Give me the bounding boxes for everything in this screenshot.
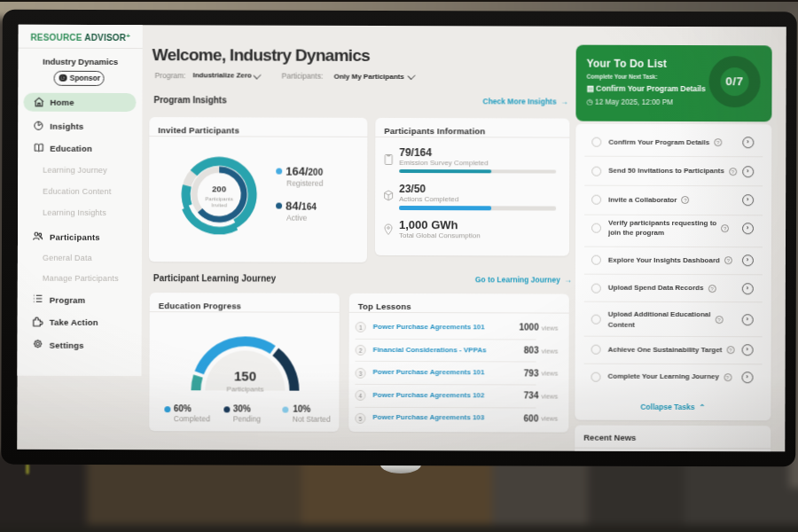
svg-text:Participants: Participants <box>205 196 232 201</box>
svg-text:150: 150 <box>234 367 256 382</box>
svg-text:Participants: Participants <box>227 385 264 393</box>
svg-text:200: 200 <box>212 184 226 193</box>
svg-text:Invited: Invited <box>211 202 227 207</box>
